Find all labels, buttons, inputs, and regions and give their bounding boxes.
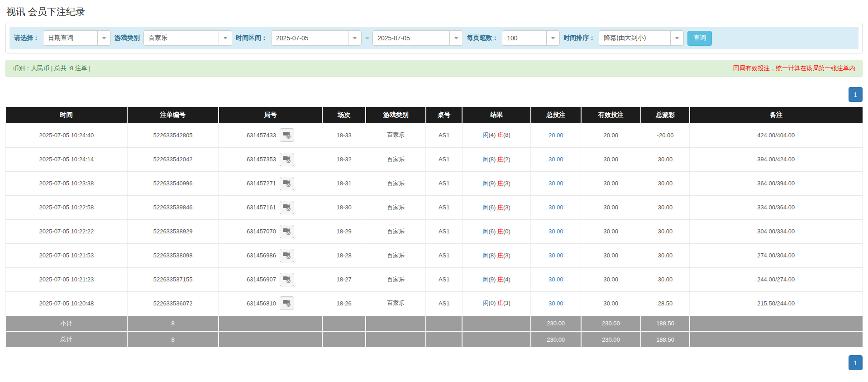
currency-summary-text: 币别：人民币 | 总共 :8 注单 | — [13, 64, 91, 73]
video-replay-button[interactable] — [280, 153, 294, 166]
session-cell: 18-31 — [322, 171, 366, 195]
payout-cell: 28.50 — [641, 291, 690, 315]
round-id: 631457271 — [247, 180, 276, 187]
note-cell: 334.00/364.00 — [690, 195, 863, 219]
total-valid-bet: 230.00 — [581, 331, 641, 347]
bet-id-cell: 522633542042 — [127, 147, 219, 171]
page-size-select[interactable]: 100 — [502, 30, 560, 46]
total-bet-link[interactable]: 20.00 — [548, 132, 563, 139]
round-id-cell: 631457070 — [219, 219, 322, 243]
result-cell: 闲(8) 庄(2) — [462, 147, 530, 171]
total-bet-link[interactable]: 30.00 — [548, 276, 563, 283]
total-bet-link[interactable]: 30.00 — [548, 180, 563, 187]
table-no-cell: AS1 — [426, 147, 462, 171]
table-row: 2025-07-05 10:21:23 522633537155 6314569… — [6, 267, 863, 291]
table-row: 2025-07-05 10:21:53 522633538098 6314569… — [6, 243, 863, 267]
table-row: 2025-07-05 10:24:14 522633542042 6314573… — [6, 147, 863, 171]
video-replay-button[interactable] — [280, 296, 294, 310]
filter-panel: 请选择： 日期查询 游戏类别 百家乐 时间区间： 2025-07-05 ~ 20… — [5, 23, 863, 53]
video-replay-button[interactable] — [280, 177, 294, 190]
payout-cell: 30.00 — [641, 147, 690, 171]
chevron-down-icon — [97, 31, 110, 45]
bet-id-cell: 522633542805 — [127, 123, 219, 147]
total-bet-cell: 30.00 — [531, 195, 581, 219]
player-result-points: (8) — [488, 252, 496, 259]
table-no-cell: AS1 — [426, 171, 462, 195]
header-total-bet: 总投注 — [531, 107, 581, 123]
round-id-cell: 631457271 — [219, 171, 322, 195]
video-replay-button[interactable] — [280, 201, 294, 214]
player-result-points: (8) — [488, 156, 496, 163]
chevron-down-icon — [670, 31, 683, 45]
game-category-select[interactable]: 百家乐 — [143, 30, 232, 46]
header-time: 时间 — [6, 107, 128, 123]
time-range-label: 时间区间： — [236, 34, 267, 42]
note-cell: 274.00/304.00 — [690, 243, 863, 267]
total-bet-link[interactable]: 30.00 — [548, 300, 563, 307]
chevron-down-icon — [219, 31, 232, 45]
bet-id-cell: 522633540996 — [127, 171, 219, 195]
game-category-cell: 百家乐 — [366, 171, 426, 195]
player-result-points: (0) — [488, 300, 496, 306]
table-row: 2025-07-05 10:22:58 522633539846 6314571… — [6, 195, 863, 219]
summary-bar: 币别：人民币 | 总共 :8 注单 | 同局有效投注，统一计算在该局第一张注单内 — [5, 60, 863, 77]
round-id: 631457161 — [247, 204, 276, 211]
page: 视讯 会员下注纪录 请选择： 日期查询 游戏类别 百家乐 时间区间： 2025-… — [0, 0, 868, 382]
video-replay-button[interactable] — [280, 249, 294, 262]
video-replay-button[interactable] — [280, 225, 294, 238]
page-1-button[interactable]: 1 — [849, 87, 863, 102]
result-cell: 闲(9) 庄(3) — [462, 171, 530, 195]
video-icon — [282, 203, 291, 212]
subtotal-label: 小计 — [6, 315, 128, 331]
video-icon — [282, 131, 291, 139]
valid-bet-cell: 30.00 — [581, 171, 641, 195]
time-cell: 2025-07-05 10:20:48 — [6, 291, 128, 315]
query-type-label: 请选择： — [14, 34, 39, 42]
time-sort-select[interactable]: 降冪(由大到小) — [599, 30, 684, 46]
date-from-select[interactable]: 2025-07-05 — [271, 30, 362, 46]
bet-id-cell: 522633537155 — [127, 267, 219, 291]
payout-cell: 30.00 — [641, 195, 690, 219]
header-game-category: 游戏类别 — [366, 107, 426, 123]
player-result-points: (9) — [488, 180, 496, 187]
total-bet-cell: 20.00 — [531, 123, 581, 147]
bet-id-cell: 522633538929 — [127, 219, 219, 243]
session-cell: 18-26 — [322, 291, 366, 315]
bet-id-cell: 522633539846 — [127, 195, 219, 219]
game-category-cell: 百家乐 — [366, 195, 426, 219]
player-result-points: (4) — [488, 131, 496, 138]
time-cell: 2025-07-05 10:21:53 — [6, 243, 128, 267]
game-category-cell: 百家乐 — [366, 123, 426, 147]
game-category-cell: 百家乐 — [366, 267, 426, 291]
banker-result-points: (0) — [503, 228, 510, 235]
table-no-cell: AS1 — [426, 123, 462, 147]
game-category-cell: 百家乐 — [366, 291, 426, 315]
total-bet-link[interactable]: 30.00 — [548, 156, 563, 163]
time-sort-label: 时间排序： — [563, 34, 595, 42]
round-id-cell: 631456986 — [219, 243, 322, 267]
table-row: 2025-07-05 10:23:38 522633540996 6314572… — [6, 171, 863, 195]
video-replay-button[interactable] — [280, 128, 294, 142]
total-bet-link[interactable]: 30.00 — [548, 228, 563, 235]
page-1-button[interactable]: 1 — [849, 355, 863, 370]
page-title: 视讯 会员下注纪录 — [5, 0, 863, 23]
video-icon — [282, 251, 291, 260]
round-id-cell: 631456907 — [219, 267, 322, 291]
total-total-bet: 230.00 — [531, 331, 581, 347]
bet-records-table: 时间 注单编号 局号 场次 游戏类别 桌号 结果 总投注 有效投注 总派彩 备注… — [5, 107, 863, 347]
header-valid-bet: 有效投注 — [581, 107, 641, 123]
valid-bet-cell: 30.00 — [581, 267, 641, 291]
round-id-cell: 631457353 — [219, 147, 322, 171]
round-id: 631457353 — [247, 156, 276, 163]
query-type-select[interactable]: 日期查询 — [43, 30, 111, 46]
total-bet-link[interactable]: 30.00 — [548, 252, 563, 259]
game-category-value: 百家乐 — [148, 34, 167, 42]
video-replay-button[interactable] — [280, 273, 294, 286]
banker-result-points: (3) — [503, 252, 510, 259]
table-row: 2025-07-05 10:24:40 522633542805 6314574… — [6, 123, 863, 147]
date-to-select[interactable]: 2025-07-05 — [372, 30, 463, 46]
banker-result-points: (8) — [503, 131, 510, 138]
player-result-label: 闲 — [482, 156, 488, 163]
total-bet-link[interactable]: 30.00 — [548, 204, 563, 211]
search-button[interactable]: 查询 — [687, 31, 712, 46]
